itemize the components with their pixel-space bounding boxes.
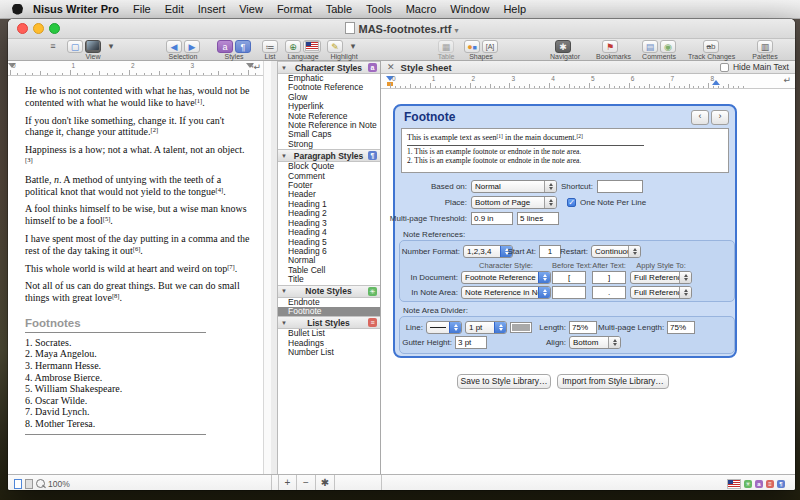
in-document-style-combo[interactable]: Footnote Reference bbox=[461, 271, 551, 284]
document-scrollbar[interactable] bbox=[263, 61, 271, 474]
bookmark-icon[interactable]: ⚑ bbox=[602, 40, 618, 53]
select-next-icon[interactable]: ▶ bbox=[184, 40, 200, 53]
page-view-icon[interactable]: ▢ bbox=[67, 40, 83, 53]
disclosure-triangle-icon[interactable]: ▼ bbox=[281, 320, 287, 326]
view-chevron-icon[interactable]: ▾ bbox=[103, 40, 119, 53]
footnote-item[interactable]: 5. William Shakespeare. bbox=[25, 383, 251, 395]
mp-length-field[interactable]: 75% bbox=[667, 321, 695, 334]
clipboard-status-icon[interactable] bbox=[25, 479, 33, 489]
disclosure-triangle-icon[interactable]: ▼ bbox=[281, 288, 287, 294]
disclosure-triangle-icon[interactable]: ▼ bbox=[281, 153, 287, 159]
line-style-combo[interactable] bbox=[426, 321, 462, 334]
menu-macro[interactable]: Macro bbox=[406, 3, 437, 15]
list-icon[interactable]: ≔ bbox=[262, 40, 278, 53]
shortcut-field[interactable] bbox=[597, 180, 643, 193]
document-paragraph[interactable]: If you don't like something, change it. … bbox=[25, 115, 251, 139]
footnotes-list[interactable]: 1. Socrates.2. Maya Angelou.3. Hermann H… bbox=[25, 337, 251, 430]
footnote-item[interactable]: 7. David Lynch. bbox=[25, 406, 251, 418]
style-gear-menu-icon[interactable]: ✱ bbox=[316, 475, 335, 490]
save-to-style-library-button[interactable]: Save to Style Library… bbox=[457, 374, 551, 389]
menu-app-name[interactable]: Nisus Writer Pro bbox=[33, 3, 119, 15]
page-view-status-icon[interactable] bbox=[14, 479, 22, 489]
document-paragraph[interactable]: Not all of us can do great things. But w… bbox=[25, 280, 251, 304]
text-box-icon[interactable]: [A] bbox=[482, 40, 498, 53]
footnote-item[interactable]: 8. Mother Teresa. bbox=[25, 418, 251, 430]
document-paragraph[interactable]: Happiness is a how; not a what. A talent… bbox=[25, 144, 251, 168]
footnote-item[interactable]: 4. Ambrose Bierce. bbox=[25, 372, 251, 384]
highlighter-icon[interactable]: ✎ bbox=[327, 40, 343, 53]
zoom-level[interactable]: 100% bbox=[48, 479, 70, 489]
close-style-sheet-icon[interactable]: ✕ bbox=[387, 62, 395, 72]
paragraph-style-indicator-icon[interactable]: ¶ bbox=[777, 480, 785, 488]
comment-bubble-icon[interactable]: ◉ bbox=[660, 40, 676, 53]
zoom-magnifier-icon[interactable] bbox=[36, 479, 45, 488]
in-note-area-before-field[interactable] bbox=[552, 286, 586, 299]
document-paragraph[interactable]: Battle, n. A method of untying with the … bbox=[25, 174, 251, 198]
navigator-gear-icon[interactable]: ✱ bbox=[555, 40, 571, 53]
import-from-style-library-button[interactable]: Import from Style Library… bbox=[557, 374, 669, 389]
in-document-apply-select[interactable]: Full Reference bbox=[630, 271, 692, 284]
next-style-button[interactable]: › bbox=[711, 110, 729, 125]
section-header-note-styles[interactable]: ▼Note Styles✳ bbox=[278, 285, 380, 298]
hamburger-icon[interactable]: ≡ bbox=[45, 40, 61, 53]
table-icon[interactable]: ▦ bbox=[438, 40, 454, 53]
footnote-item[interactable]: 6. Oscar Wilde. bbox=[25, 395, 251, 407]
document-text[interactable]: He who is not contented with what he has… bbox=[8, 76, 263, 304]
in-document-after-field[interactable]: ] bbox=[592, 271, 626, 284]
apple-menu-icon[interactable] bbox=[12, 4, 23, 15]
toolbar-menu-toggle[interactable]: ≡ bbox=[44, 40, 62, 60]
globe-icon[interactable]: ⊕ bbox=[285, 40, 301, 53]
select-previous-icon[interactable]: ◀ bbox=[166, 40, 182, 53]
shapes-icon[interactable]: ●■ bbox=[464, 40, 480, 53]
list-style-indicator-icon[interactable]: ≡ bbox=[766, 480, 774, 488]
highlight-chevron-icon[interactable]: ▾ bbox=[345, 40, 361, 53]
line-color-swatch[interactable] bbox=[510, 322, 532, 333]
title-bar[interactable]: MAS-footnotes.rtf ▾ bbox=[8, 19, 795, 39]
document-paragraph[interactable]: This whole world is wild at heart and we… bbox=[25, 263, 251, 275]
menu-tools[interactable]: Tools bbox=[366, 3, 392, 15]
remove-style-button[interactable]: − bbox=[297, 475, 316, 490]
align-select[interactable]: Bottom bbox=[569, 336, 621, 349]
threshold-inches-field[interactable]: 0.9 in bbox=[471, 212, 513, 225]
document-paragraph[interactable]: I have spent most of the day putting in … bbox=[25, 233, 251, 257]
document-paragraph[interactable]: He who is not contented with what he has… bbox=[25, 85, 251, 109]
in-document-before-field[interactable]: [ bbox=[552, 271, 586, 284]
document-paragraph[interactable]: A fool thinks himself to be wise, but a … bbox=[25, 203, 251, 227]
pane-splitter[interactable] bbox=[271, 61, 278, 474]
footnote-item[interactable]: 2. Maya Angelou. bbox=[25, 348, 251, 360]
palettes-icon[interactable]: ▥ bbox=[757, 40, 773, 53]
document-pane[interactable]: ↵ 01234 He who is not contented with wha… bbox=[8, 61, 263, 474]
footnote-item[interactable]: 3. Hermann Hesse. bbox=[25, 360, 251, 372]
restart-select[interactable]: Continuous bbox=[591, 245, 641, 258]
style-item-footnote[interactable]: Footnote bbox=[278, 307, 380, 316]
disclosure-triangle-icon[interactable]: ▼ bbox=[281, 65, 287, 71]
paragraph-style-icon[interactable]: ¶ bbox=[235, 40, 251, 53]
gutter-height-field[interactable]: 3 pt bbox=[455, 336, 487, 349]
note-style-indicator-icon[interactable]: ✳ bbox=[744, 480, 752, 488]
menu-insert[interactable]: Insert bbox=[198, 3, 226, 15]
previous-style-button[interactable]: ‹ bbox=[691, 110, 709, 125]
add-style-button[interactable]: + bbox=[278, 475, 297, 490]
style-item-strong[interactable]: Strong bbox=[278, 140, 380, 149]
language-flag-icon[interactable] bbox=[303, 40, 321, 53]
menu-window[interactable]: Window bbox=[450, 3, 489, 15]
menu-file[interactable]: File bbox=[133, 3, 151, 15]
menu-format[interactable]: Format bbox=[277, 3, 312, 15]
one-note-per-line-checkbox[interactable]: ✓ bbox=[567, 198, 576, 207]
style-item-number-list[interactable]: Number List bbox=[278, 348, 380, 357]
threshold-lines-field[interactable]: 5 lines bbox=[517, 212, 559, 225]
style-item-title[interactable]: Title bbox=[278, 275, 380, 284]
menu-view[interactable]: View bbox=[239, 3, 263, 15]
menu-edit[interactable]: Edit bbox=[165, 3, 184, 15]
full-screen-view-icon[interactable] bbox=[85, 40, 101, 53]
character-style-icon[interactable]: a bbox=[217, 40, 233, 53]
menu-help[interactable]: Help bbox=[503, 3, 526, 15]
footnote-item[interactable]: 1. Socrates. bbox=[25, 337, 251, 349]
hide-main-text-checkbox[interactable] bbox=[720, 63, 729, 72]
in-note-area-apply-select[interactable]: Full Reference bbox=[630, 286, 692, 299]
in-note-area-after-field[interactable]: . bbox=[592, 286, 626, 299]
in-note-area-style-combo[interactable]: Note Reference in Note bbox=[461, 286, 551, 299]
track-changes-icon[interactable]: ab bbox=[703, 40, 719, 53]
menu-table[interactable]: Table bbox=[326, 3, 352, 15]
character-style-indicator-icon[interactable]: a bbox=[755, 480, 763, 488]
